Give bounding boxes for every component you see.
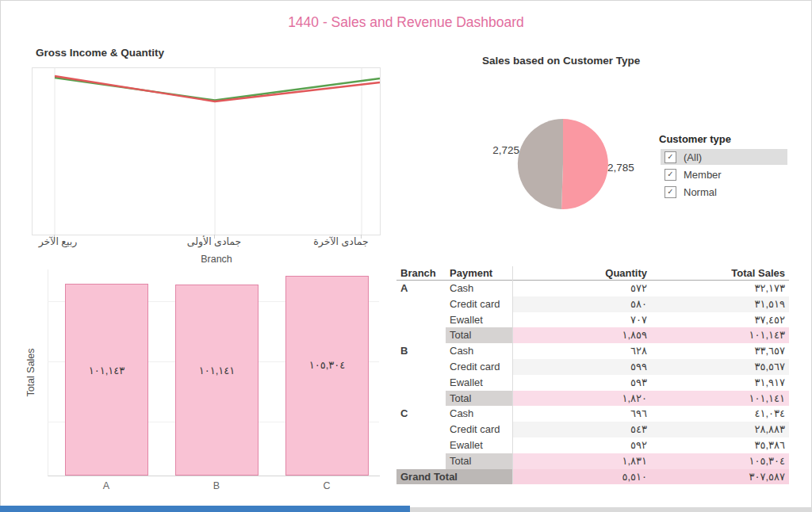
legend-title: Customer type: [659, 133, 731, 145]
pie-chart: [511, 113, 615, 216]
table-cell-payment: Cash: [446, 281, 512, 296]
page-title: 1440 - Sales and Revenue Dashboard: [0, 14, 812, 31]
table-header-row: Branch Payment Quantity Total Sales: [396, 266, 789, 281]
table-body: ACash٥٧٢٣٢,١٧٣Credit card٥٨٠٣١,٥١٩Ewalle…: [396, 281, 789, 484]
table-cell-total-sales[interactable]: ١٠٥,٣٠٤: [651, 453, 789, 469]
table-cell-branch: B: [396, 343, 446, 359]
table-cell-total-sales[interactable]: ٣٠٧,٥٨٧: [651, 469, 789, 485]
bar-branch-c[interactable]: [285, 276, 369, 476]
table-cell-branch: A: [396, 281, 446, 296]
table-cell-total-sales[interactable]: ١٠١,١٤١: [651, 391, 789, 407]
table-cell-branch: [396, 375, 446, 391]
bar-category-label-a: A: [90, 480, 122, 491]
filter-item-label: (All): [684, 151, 702, 163]
table-header-total-sales: Total Sales: [651, 266, 789, 280]
table-cell-total-sales[interactable]: ٣٣,٦٥٧: [651, 343, 789, 359]
table-cell-total-sales[interactable]: ٢٨,٨٨٣: [651, 422, 789, 437]
filter-item-member[interactable]: ✓ Member: [661, 166, 787, 182]
table-cell-branch: [396, 312, 446, 328]
checkbox-checked-icon[interactable]: ✓: [665, 169, 676, 181]
bar-chart-title: Branch: [161, 254, 272, 265]
table-cell-payment: Ewallet: [446, 312, 512, 328]
bar-branch-b[interactable]: [175, 285, 259, 476]
filter-item-normal[interactable]: ✓ Normal: [661, 184, 787, 200]
table-cell-total-sales[interactable]: ٣١,٩١٧: [651, 375, 789, 391]
filter-item-all[interactable]: ✓ (All): [661, 149, 787, 165]
table-cell-branch: [396, 453, 446, 469]
table-cell-quantity[interactable]: ٧٠٧: [512, 312, 651, 328]
table-cell-branch: [396, 327, 446, 343]
table-cell-quantity[interactable]: ٥٤٣: [512, 422, 651, 437]
table-cell-quantity[interactable]: ٦٩٦: [512, 406, 651, 422]
pie-slice-right[interactable]: [561, 119, 608, 209]
filter-item-label: Member: [684, 169, 722, 181]
bar-value-label-a: ١٠١,١٤٣: [65, 365, 148, 376]
table-cell-branch: [396, 422, 446, 437]
x-axis-label-month-1: ربيع الآخر: [2, 235, 113, 250]
table-cell-payment: Ewallet: [446, 437, 512, 453]
bar-value-label-c: ١٠٥,٣٠٤: [285, 359, 369, 371]
table-header-payment: Payment: [446, 266, 512, 280]
table-cell-branch: [396, 359, 446, 375]
bar-category-label-c: C: [311, 480, 343, 491]
pie-chart-title: Sales based on Customer Type: [482, 55, 640, 67]
bar-category-label-b: B: [201, 480, 232, 491]
table-header-quantity: Quantity: [512, 266, 651, 280]
table-cell-quantity[interactable]: ٥٧٢: [512, 281, 651, 296]
table-cell-total-sales[interactable]: ٣١,٥١٩: [651, 296, 789, 312]
line-chart-plot: [32, 67, 381, 235]
table-cell-payment: Cash: [446, 343, 512, 359]
table-cell-quantity[interactable]: ٥٩٢: [512, 437, 651, 453]
bar-chart-y-axis-label: Total Sales: [25, 333, 38, 412]
line-chart-title: Gross Income & Quantity: [36, 47, 164, 59]
table-cell-quantity[interactable]: ٥٩٩: [512, 359, 651, 375]
table-cell-branch: C: [396, 406, 446, 422]
table-cell-payment: Cash: [446, 406, 512, 422]
red-line-series[interactable]: [55, 76, 380, 101]
pie-label-left: 2,725: [476, 144, 519, 156]
table-cell-branch: [396, 437, 446, 453]
bar-branch-a[interactable]: [65, 284, 148, 476]
table-cell-payment: Credit card: [446, 296, 512, 312]
table-cell-quantity[interactable]: ٥,٥١٠: [512, 469, 651, 485]
pie-slice-left[interactable]: [518, 119, 563, 209]
bottom-scrollbar[interactable]: [0, 506, 410, 512]
table-cell-payment: Credit card: [446, 422, 512, 437]
dashboard: 1440 - Sales and Revenue Dashboard Gross…: [0, 0, 812, 512]
filter-item-label: Normal: [684, 186, 717, 198]
table-cell-quantity[interactable]: ١,٨٥٩: [512, 327, 651, 343]
x-axis-label-month-2: جمادى الأولى: [159, 235, 270, 250]
table-cell-payment: Ewallet: [446, 375, 512, 391]
line-chart-svg: [33, 68, 380, 235]
table-cell-grand-total-label: Grand Total: [396, 469, 512, 485]
table-cell-quantity[interactable]: ١,٨٣١: [512, 453, 651, 469]
table-cell-total-label: Total: [446, 391, 512, 407]
table-cell-total-label: Total: [446, 327, 512, 343]
table-cell-total-label: Total: [446, 453, 512, 469]
checkbox-checked-icon[interactable]: ✓: [665, 151, 676, 163]
table-cell-total-sales[interactable]: ٣٧,٤٥٢: [651, 312, 789, 328]
bar-value-label-b: ١٠١,١٤١: [175, 365, 259, 376]
table-cell-quantity[interactable]: ٦٢٨: [512, 343, 651, 359]
table-cell-total-sales[interactable]: ٣٥,٥٦٧: [651, 359, 789, 375]
table-cell-total-sales[interactable]: ٣٥,٣٨٦: [651, 437, 789, 453]
table-cell-branch: [396, 296, 446, 312]
table-cell-total-sales[interactable]: ٣٢,١٧٣: [651, 281, 789, 296]
table-cell-total-sales[interactable]: ٤١,٠٣٤: [651, 406, 789, 422]
table-column-divider: [512, 266, 513, 483]
table-cell-quantity[interactable]: ٥٩٣: [512, 375, 651, 391]
table-cell-quantity[interactable]: ٥٨٠: [512, 296, 651, 312]
table-cell-payment: Credit card: [446, 359, 512, 375]
table-cell-branch: [396, 391, 446, 407]
x-axis-label-month-3: جمادى الآخرة: [285, 235, 396, 250]
table-cell-quantity[interactable]: ١,٨٢٠: [512, 391, 651, 407]
table-cell-total-sales[interactable]: ١٠١,١٤٣: [651, 327, 789, 343]
pie-label-right: 2,785: [607, 162, 634, 174]
checkbox-checked-icon[interactable]: ✓: [665, 186, 676, 198]
table-header-branch: Branch: [396, 266, 446, 280]
